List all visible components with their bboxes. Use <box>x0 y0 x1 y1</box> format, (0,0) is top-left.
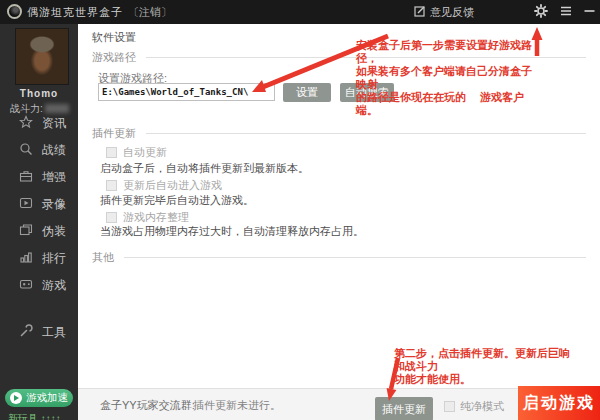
sidebar-item-label: 战绩 <box>42 142 66 159</box>
sidebar-item-ranking[interactable]: 排行 <box>0 245 78 272</box>
annotation-line: 第二步，点击插件更新。更新后巨响和战斗力 <box>394 347 580 373</box>
username: Thomo <box>0 88 78 99</box>
game-accelerate-button[interactable]: 游戏加速 <box>5 389 73 407</box>
sidebar-item-label: 游戏 <box>42 277 66 294</box>
game-path-input[interactable] <box>98 83 275 101</box>
wrench-icon <box>19 324 33 342</box>
option-label: 游戏内存整理 <box>123 210 189 225</box>
avatar <box>15 28 69 85</box>
set-path-button[interactable]: 设置 <box>283 83 331 102</box>
sidebar-item-records[interactable]: 战绩 <box>0 137 78 164</box>
sidebar-item-label: 增强 <box>42 169 66 186</box>
option-label: 自动更新 <box>123 145 167 160</box>
logout-link[interactable]: 〔注销〕 <box>128 5 172 20</box>
pencil-square-icon <box>414 5 426 19</box>
option-desc: 插件更新完毕后自动进入游戏。 <box>100 193 254 208</box>
option-auto-enter-game[interactable]: 更新后自动进入游戏 <box>106 178 222 193</box>
sidebar-item-news[interactable]: 资讯 <box>0 110 78 137</box>
minimize-button[interactable] <box>580 0 598 24</box>
sidebar-nav: 资讯 战绩 增强 录像 伪装 排行 <box>0 110 78 299</box>
minimize-icon <box>584 6 595 18</box>
checkbox-auto-enter-game[interactable] <box>106 180 117 191</box>
app-logo-icon <box>7 4 22 19</box>
page-title: 软件设置 <box>92 30 136 45</box>
search-icon <box>19 142 33 160</box>
option-desc: 启动盒子后，自动将插件更新到最新版本。 <box>100 161 309 176</box>
titlebar: 偶游坦克世界盒子 〔注销〕 意见反馈 <box>0 0 600 24</box>
section-title: 其他 <box>92 250 114 265</box>
menu-button[interactable] <box>556 0 576 24</box>
section-divider <box>146 133 586 134</box>
sidebar-item-label: 工具 <box>42 324 66 341</box>
option-auto-update[interactable]: 自动更新 <box>106 145 167 160</box>
feedback-button[interactable]: 意见反馈 <box>414 0 474 24</box>
settings-gear-button[interactable] <box>530 0 552 24</box>
section-plugin-update: 插件更新 <box>92 126 586 140</box>
sidebar-item-games[interactable]: 游戏 <box>0 272 78 299</box>
section-other: 其他 <box>92 250 586 264</box>
sidebar-tools-group: 工具 <box>0 319 78 346</box>
plugin-update-button[interactable]: 插件更新 <box>375 397 433 420</box>
hamburger-icon <box>560 6 572 18</box>
accelerate-icon <box>10 392 22 404</box>
sidebar-item-label: 资讯 <box>42 115 66 132</box>
pure-mode-label: 纯净模式 <box>460 399 504 414</box>
plugin-status-text: 插件更新未进行。 <box>193 398 281 413</box>
sidebar-item-label: 排行 <box>42 250 66 267</box>
feedback-label: 意见反馈 <box>430 5 474 20</box>
sidebar-item-replays[interactable]: 录像 <box>0 191 78 218</box>
annotation-line: 如果装有多个客户端请自己分清盒子映射 <box>356 65 542 91</box>
launch-game-button[interactable]: 启动游戏 <box>518 386 600 420</box>
checkbox-memory-cleanup[interactable] <box>106 212 117 223</box>
sidebar-item-camouflage[interactable]: 伪装 <box>0 218 78 245</box>
section-divider <box>124 257 586 258</box>
video-icon <box>19 196 33 214</box>
sidebar: Thomo 战斗力: 资讯 战绩 增强 录像 伪装 <box>0 24 78 420</box>
gamepad-icon <box>19 277 33 295</box>
footer-bar: 盒子YY玩家交流群: 插件更新未进行。 插件更新 纯净模式 启动游戏 <box>78 388 600 420</box>
pure-mode-option[interactable]: 纯净模式 <box>444 399 504 414</box>
yy-group-label: 盒子YY玩家交流群: <box>100 398 195 413</box>
annotation-line: 功能才能使用。 <box>394 373 580 386</box>
app-window: 偶游坦克世界盒子 〔注销〕 意见反馈 <box>0 0 600 420</box>
section-title: 游戏路径 <box>92 50 136 65</box>
sidebar-item-tools[interactable]: 工具 <box>0 319 78 346</box>
promo-text-clipped: 新玩具 ↑↑↑↑ <box>8 412 61 420</box>
annotation-step1: 安装盒子后第一步需要设置好游戏路径， 如果装有多个客户端请自己分清盒子映射 的路… <box>356 39 542 117</box>
toolbox-icon <box>19 169 33 187</box>
option-desc: 当游戏占用物理内存过大时，自动清理释放内存占用。 <box>100 224 364 239</box>
gear-icon <box>534 4 548 20</box>
section-title: 插件更新 <box>92 126 136 141</box>
annotation-step2: 第二步，点击插件更新。更新后巨响和战斗力 功能才能使用。 <box>394 347 580 386</box>
checkbox-auto-update[interactable] <box>106 147 117 158</box>
option-label: 更新后自动进入游戏 <box>123 178 222 193</box>
checkbox-pure-mode[interactable] <box>444 401 455 412</box>
annotation-line: 的路径是你现在在玩的 游戏客户端。 <box>356 91 542 117</box>
sidebar-item-label: 录像 <box>42 196 66 213</box>
layers-icon <box>19 223 33 241</box>
sidebar-item-enhance[interactable]: 增强 <box>0 164 78 191</box>
star-icon <box>19 115 33 133</box>
annotation-line: 安装盒子后第一步需要设置好游戏路径， <box>356 39 542 65</box>
option-memory-cleanup[interactable]: 游戏内存整理 <box>106 210 189 225</box>
bar-chart-icon <box>19 250 33 268</box>
sidebar-item-label: 伪装 <box>42 223 66 240</box>
accelerate-label: 游戏加速 <box>26 391 68 405</box>
app-title: 偶游坦克世界盒子 <box>27 5 123 20</box>
